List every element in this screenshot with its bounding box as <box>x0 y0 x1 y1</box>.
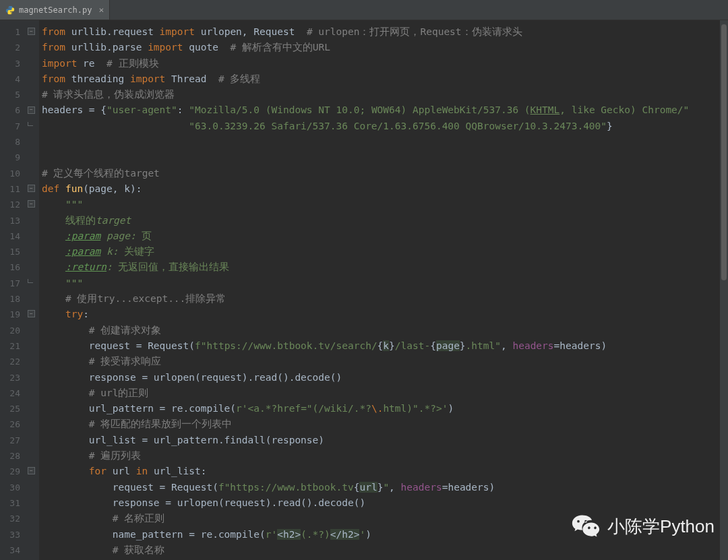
code-line[interactable]: """ <box>42 276 689 291</box>
code-line[interactable]: :param page: 页 <box>42 228 689 244</box>
line-number: 21 <box>9 338 20 354</box>
python-file-icon <box>5 5 15 15</box>
line-number: 3 <box>9 56 20 71</box>
line-number: 27 <box>9 433 20 448</box>
wechat-icon <box>571 511 601 541</box>
code-line[interactable]: from threading import Thread # 多线程 <box>42 71 689 87</box>
code-line[interactable]: # 接受请求响应 <box>42 354 689 369</box>
line-number: 16 <box>9 259 20 275</box>
code-line[interactable]: # 定义每个线程的target <box>42 166 689 181</box>
code-line[interactable]: # 遍历列表 <box>42 448 689 464</box>
line-number: 32 <box>9 511 20 526</box>
vertical-scrollbar[interactable] <box>720 20 728 560</box>
line-number: 20 <box>9 323 20 338</box>
code-line[interactable]: response = urlopen(request).read().decod… <box>42 495 689 511</box>
code-line[interactable]: :return: 无返回值，直接输出结果 <box>42 259 689 275</box>
line-number: 1 <box>9 24 20 40</box>
line-number: 8 <box>9 134 20 150</box>
line-number: 4 <box>9 71 20 87</box>
line-number: 5 <box>9 87 20 102</box>
code-line[interactable]: # 使用try...except...排除异常 <box>42 291 689 307</box>
code-area[interactable]: from urllib.request import urlopen, Requ… <box>39 20 689 560</box>
code-line[interactable]: # 创建请求对象 <box>42 323 689 338</box>
editor: 1234567891011121314151617181920212223242… <box>0 20 728 560</box>
line-number: 19 <box>9 307 20 322</box>
fold-toggle-icon[interactable]: − <box>28 310 35 317</box>
code-line[interactable]: """ <box>42 197 689 212</box>
line-number-gutter: 1234567891011121314151617181920212223242… <box>0 20 27 560</box>
line-number: 2 <box>9 40 20 55</box>
code-line[interactable]: "63.0.3239.26 Safari/537.36 Core/1.63.67… <box>42 119 689 134</box>
code-line[interactable]: request = Request(f"https://www.btbook.t… <box>42 480 689 495</box>
line-number: 12 <box>9 197 20 212</box>
line-number: 7 <box>9 119 20 134</box>
code-line[interactable]: from urllib.request import urlopen, Requ… <box>42 24 689 40</box>
fold-end-icon <box>28 279 33 283</box>
code-line[interactable]: 线程的target <box>42 213 689 228</box>
code-line[interactable]: :param k: 关键字 <box>42 244 689 259</box>
line-number: 31 <box>9 495 20 511</box>
code-line[interactable]: url_list = url_pattern.findall(response) <box>42 433 689 448</box>
line-number: 17 <box>9 276 20 291</box>
tab-bar: magnetSearch.py × <box>0 0 728 20</box>
fold-toggle-icon[interactable]: − <box>28 106 35 114</box>
code-line[interactable] <box>42 150 689 165</box>
watermark-text: 小陈学Python <box>607 515 715 538</box>
line-number: 26 <box>9 416 20 432</box>
code-line[interactable]: try: <box>42 307 689 322</box>
code-line[interactable]: # 获取名称 <box>42 542 689 558</box>
fold-column: −−−−−− <box>27 20 39 560</box>
fold-toggle-icon[interactable]: − <box>28 28 35 35</box>
file-tab[interactable]: magnetSearch.py × <box>0 0 110 20</box>
code-line[interactable]: headers = {"user-agent": "Mozilla/5.0 (W… <box>42 102 689 118</box>
line-number: 28 <box>9 448 20 464</box>
line-number: 18 <box>9 291 20 307</box>
fold-toggle-icon[interactable]: − <box>28 185 35 192</box>
close-icon[interactable]: × <box>98 5 104 15</box>
line-number: 9 <box>9 150 20 165</box>
code-line[interactable]: def fun(page, k): <box>42 181 689 197</box>
code-line[interactable]: # 将匹配的结果放到一个列表中 <box>42 416 689 432</box>
line-number: 24 <box>9 385 20 401</box>
line-number: 11 <box>9 181 20 197</box>
tab-filename: magnetSearch.py <box>19 5 92 15</box>
code-line[interactable] <box>42 134 689 150</box>
line-number: 23 <box>9 370 20 385</box>
line-number: 25 <box>9 401 20 416</box>
watermark: 小陈学Python <box>571 511 715 541</box>
code-line[interactable]: url_pattern = re.compile(r'<a.*?href="(/… <box>42 401 689 416</box>
code-line[interactable]: from urllib.parse import quote # 解析含有中文的… <box>42 40 689 55</box>
line-number: 13 <box>9 213 20 228</box>
code-line[interactable]: import re # 正则模块 <box>42 56 689 71</box>
scrollbar-thumb[interactable] <box>721 24 727 280</box>
fold-toggle-icon[interactable]: − <box>28 467 35 474</box>
code-line[interactable]: # url的正则 <box>42 385 689 401</box>
line-number: 10 <box>9 166 20 181</box>
code-line[interactable]: for url in url_list: <box>42 464 689 479</box>
line-number: 30 <box>9 480 20 495</box>
line-number: 34 <box>9 542 20 558</box>
line-number: 22 <box>9 354 20 369</box>
code-line[interactable]: # 请求头信息，伪装成浏览器 <box>42 87 689 102</box>
fold-end-icon <box>28 122 33 126</box>
code-line[interactable]: request = Request(f"https://www.btbook.t… <box>42 338 689 354</box>
line-number: 14 <box>9 228 20 244</box>
line-number: 6 <box>9 102 20 118</box>
line-number: 15 <box>9 244 20 259</box>
line-number: 29 <box>9 464 20 479</box>
line-number: 33 <box>9 527 20 542</box>
fold-toggle-icon[interactable]: − <box>28 200 35 208</box>
code-line[interactable]: response = urlopen(request).read().decod… <box>42 370 689 385</box>
